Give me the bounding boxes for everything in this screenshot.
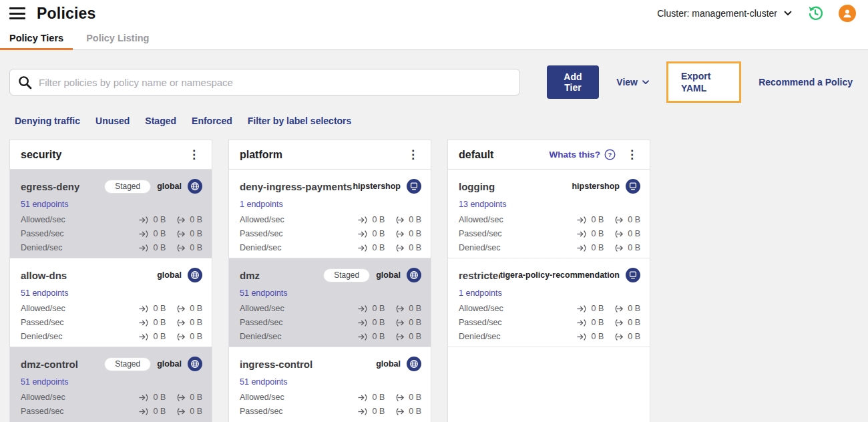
metric-row: Passed/sec0 B0 B	[240, 407, 421, 416]
chevron-down-icon	[784, 11, 792, 16]
egress-metric: 0 B	[614, 332, 640, 341]
ingress-icon	[577, 319, 588, 327]
export-yaml-button-highlighted[interactable]: Export YAML	[666, 61, 741, 103]
endpoints-link[interactable]: 51 endpoints	[240, 288, 288, 298]
policy-card[interactable]: ingress-controlglobal51 endpointsAllowed…	[229, 347, 431, 422]
ingress-icon	[358, 230, 369, 238]
metric-label: Allowed/sec	[240, 215, 284, 224]
metric-row: Passed/sec0 B0 B	[240, 229, 421, 238]
endpoints-link[interactable]: 51 endpoints	[21, 288, 69, 298]
ingress-metric: 0 B	[577, 304, 604, 313]
metric-values: 0 B0 B	[358, 318, 421, 327]
policy-card[interactable]: restrictedtigera-policy-recommendation1 …	[448, 258, 650, 347]
endpoints-link[interactable]: 51 endpoints	[240, 377, 288, 387]
metric-row: Passed/sec0 B0 B	[21, 318, 202, 327]
metric-label: Denied/sec	[240, 332, 282, 341]
whats-this-link[interactable]: Whats this??	[550, 149, 616, 160]
endpoints-link[interactable]: 1 endpoints	[459, 288, 502, 298]
policy-title-right: Stagedglobal	[104, 179, 202, 194]
ingress-value: 0 B	[153, 304, 166, 313]
metric-row: Allowed/sec0 B0 B	[459, 215, 640, 224]
endpoints-link[interactable]: 51 endpoints	[21, 377, 69, 387]
tier-menu-kebab-icon[interactable]: ⋮	[405, 148, 421, 162]
metric-values: 0 B0 B	[577, 304, 640, 313]
ingress-metric: 0 B	[577, 229, 604, 238]
ingress-metric: 0 B	[358, 318, 385, 327]
tier-menu-kebab-icon[interactable]: ⋮	[186, 148, 202, 162]
metric-values: 0 B0 B	[139, 304, 202, 313]
metric-row: Denied/sec0 B0 B	[21, 332, 202, 341]
metric-row: Allowed/sec0 B0 B	[240, 215, 421, 224]
tab-policy-listing[interactable]: Policy Listing	[77, 27, 158, 49]
egress-value: 0 B	[409, 393, 421, 402]
policy-title-row: dmzStagedglobal	[240, 267, 421, 283]
egress-value: 0 B	[409, 215, 421, 224]
tier-header-actions: ⋮	[405, 148, 421, 162]
policy-card[interactable]: deny-ingress-paymentservi...hipstershop1…	[229, 170, 431, 258]
policy-card[interactable]: logginghipstershop13 endpointsAllowed/se…	[448, 170, 650, 258]
egress-icon	[176, 244, 186, 252]
ingress-icon	[139, 333, 150, 341]
endpoints-link[interactable]: 1 endpoints	[240, 200, 283, 209]
endpoints-link[interactable]: 51 endpoints	[21, 200, 69, 209]
add-tier-button[interactable]: Add Tier	[547, 65, 600, 99]
egress-value: 0 B	[409, 229, 421, 238]
ingress-value: 0 B	[591, 332, 604, 341]
metric-values: 0 B0 B	[358, 407, 421, 416]
policy-scope-label: global	[376, 359, 401, 369]
egress-icon	[176, 216, 186, 224]
ingress-icon	[358, 408, 369, 415]
egress-icon	[614, 230, 624, 238]
metric-label: Denied/sec	[459, 332, 501, 341]
policy-card[interactable]: egress-denyStagedglobal51 endpointsAllow…	[10, 170, 212, 258]
policy-name: ingress-control	[240, 359, 312, 370]
metric-values: 0 B0 B	[577, 318, 640, 327]
ingress-metric: 0 B	[358, 215, 385, 224]
filter-unused[interactable]: Unused	[95, 116, 130, 126]
metric-values: 0 B0 B	[358, 243, 421, 252]
filter-by-label-selectors[interactable]: Filter by label selectors	[248, 116, 352, 126]
search-icon	[18, 75, 32, 89]
egress-icon	[395, 230, 405, 238]
cluster-selector[interactable]: Cluster: management-cluster	[657, 8, 792, 19]
ingress-metric: 0 B	[358, 229, 385, 238]
endpoints-link[interactable]: 13 endpoints	[459, 200, 507, 209]
policy-card[interactable]: dmz-controlStagedglobal51 endpointsAllow…	[10, 347, 212, 422]
filter-denying-traffic[interactable]: Denying traffic	[15, 116, 80, 126]
search-input[interactable]	[39, 77, 511, 88]
view-dropdown[interactable]: View	[616, 77, 649, 87]
policy-title-row: egress-denyStagedglobal	[21, 178, 202, 194]
metric-label: Allowed/sec	[21, 304, 65, 313]
history-icon[interactable]	[807, 5, 824, 22]
ingress-value: 0 B	[591, 318, 604, 327]
question-circle-icon: ?	[604, 149, 616, 160]
user-avatar-icon[interactable]	[839, 5, 856, 22]
filter-enforced[interactable]: Enforced	[192, 116, 232, 126]
policy-title-row: dmz-controlStagedglobal	[21, 356, 202, 372]
egress-metric: 0 B	[176, 243, 202, 252]
metric-label: Passed/sec	[21, 407, 64, 416]
staged-badge: Staged	[323, 268, 370, 282]
policy-card[interactable]: dmzStagedglobal51 endpointsAllowed/sec0 …	[229, 258, 431, 347]
filter-staged[interactable]: Staged	[145, 116, 176, 126]
policy-card[interactable]: allow-dnsglobal51 endpointsAllowed/sec0 …	[10, 258, 212, 347]
hamburger-menu-icon[interactable]	[9, 7, 25, 19]
metric-row: Passed/sec0 B0 B	[459, 229, 640, 238]
recommend-policy-button[interactable]: Recommend a Policy	[758, 77, 853, 87]
metric-label: Passed/sec	[459, 318, 502, 327]
ingress-icon	[139, 319, 150, 327]
policy-title-right: Stagedglobal	[323, 268, 421, 282]
metric-values: 0 B0 B	[139, 332, 202, 341]
metric-label: Allowed/sec	[459, 304, 503, 313]
namespace-icon	[626, 179, 640, 194]
egress-value: 0 B	[628, 318, 640, 327]
ingress-metric: 0 B	[358, 393, 385, 402]
policy-title-right: hipstershop	[572, 179, 640, 194]
tab-policy-tiers[interactable]: Policy Tiers	[0, 27, 73, 49]
policy-scope-label: global	[157, 359, 182, 369]
tier-menu-kebab-icon[interactable]: ⋮	[624, 148, 640, 162]
policy-title-right: global	[157, 268, 202, 282]
ingress-metric: 0 B	[577, 318, 604, 327]
policy-name: restricted	[459, 270, 500, 281]
egress-metric: 0 B	[395, 243, 421, 252]
